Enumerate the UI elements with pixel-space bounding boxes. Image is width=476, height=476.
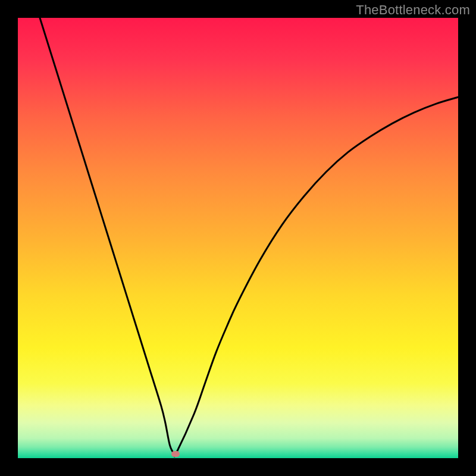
chart-stage: TheBottleneck.com bbox=[0, 0, 476, 476]
watermark-text: TheBottleneck.com bbox=[356, 2, 470, 18]
plot-area bbox=[18, 18, 458, 458]
minimum-marker bbox=[171, 451, 180, 457]
curve-layer bbox=[18, 18, 458, 458]
bottleneck-curve bbox=[40, 18, 458, 456]
